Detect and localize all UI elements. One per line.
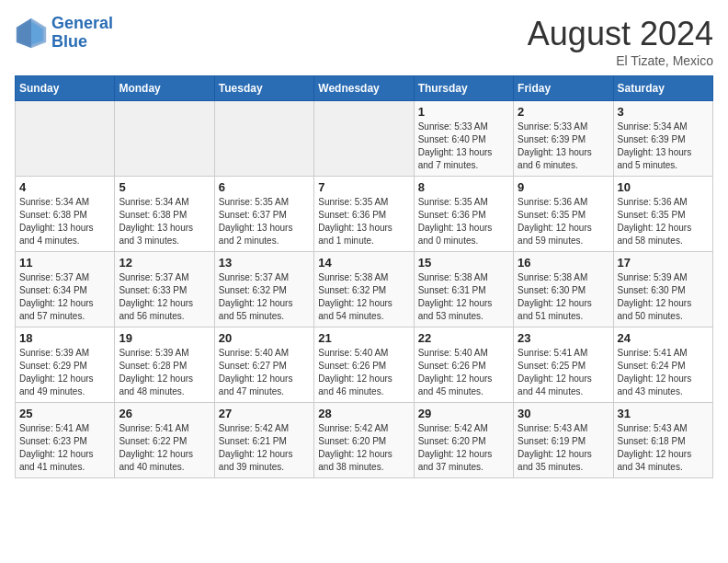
day-cell [115,101,214,177]
day-cell: 22Sunrise: 5:40 AM Sunset: 6:26 PM Dayli… [414,327,513,403]
weekday-header-row: SundayMondayTuesdayWednesdayThursdayFrid… [16,76,713,101]
day-cell [16,101,115,177]
day-number: 21 [318,331,409,345]
weekday-header-tuesday: Tuesday [214,76,313,101]
day-number: 25 [19,407,110,420]
day-info: Sunrise: 5:35 AM Sunset: 6:37 PM Dayligh… [219,196,310,247]
day-info: Sunrise: 5:43 AM Sunset: 6:19 PM Dayligh… [518,422,609,474]
day-number: 28 [318,407,409,420]
day-info: Sunrise: 5:39 AM Sunset: 6:28 PM Dayligh… [119,347,210,398]
day-info: Sunrise: 5:39 AM Sunset: 6:30 PM Dayligh… [618,271,709,323]
day-cell: 14Sunrise: 5:38 AM Sunset: 6:32 PM Dayli… [314,252,414,327]
day-cell: 17Sunrise: 5:39 AM Sunset: 6:30 PM Dayli… [613,252,712,327]
day-cell [314,101,414,177]
day-cell: 19Sunrise: 5:39 AM Sunset: 6:28 PM Dayli… [115,327,214,403]
day-cell: 29Sunrise: 5:42 AM Sunset: 6:20 PM Dayli… [414,403,513,478]
day-number: 5 [119,180,210,194]
day-info: Sunrise: 5:33 AM Sunset: 6:39 PM Dayligh… [518,121,609,172]
day-info: Sunrise: 5:42 AM Sunset: 6:20 PM Dayligh… [318,422,409,474]
day-info: Sunrise: 5:35 AM Sunset: 6:36 PM Dayligh… [318,196,409,247]
day-info: Sunrise: 5:41 AM Sunset: 6:23 PM Dayligh… [19,422,110,474]
week-row-3: 11Sunrise: 5:37 AM Sunset: 6:34 PM Dayli… [16,252,713,327]
day-number: 8 [418,180,509,194]
day-number: 16 [518,256,609,270]
day-info: Sunrise: 5:41 AM Sunset: 6:25 PM Dayligh… [518,347,609,398]
day-cell: 18Sunrise: 5:39 AM Sunset: 6:29 PM Dayli… [16,327,115,403]
day-info: Sunrise: 5:38 AM Sunset: 6:31 PM Dayligh… [418,271,509,323]
week-row-1: 1Sunrise: 5:33 AM Sunset: 6:40 PM Daylig… [16,101,713,177]
day-number: 29 [418,407,509,420]
day-info: Sunrise: 5:34 AM Sunset: 6:38 PM Dayligh… [19,196,110,247]
day-cell: 25Sunrise: 5:41 AM Sunset: 6:23 PM Dayli… [16,403,115,478]
day-info: Sunrise: 5:39 AM Sunset: 6:29 PM Dayligh… [19,347,110,398]
page-header: General Blue August 2024 El Tizate, Mexi… [15,15,713,68]
week-row-4: 18Sunrise: 5:39 AM Sunset: 6:29 PM Dayli… [16,327,713,403]
day-cell: 11Sunrise: 5:37 AM Sunset: 6:34 PM Dayli… [16,252,115,327]
logo-line2: Blue [51,32,87,51]
day-cell: 3Sunrise: 5:34 AM Sunset: 6:39 PM Daylig… [613,101,712,177]
day-info: Sunrise: 5:40 AM Sunset: 6:26 PM Dayligh… [318,347,409,398]
day-info: Sunrise: 5:40 AM Sunset: 6:27 PM Dayligh… [219,347,310,398]
day-cell: 24Sunrise: 5:41 AM Sunset: 6:24 PM Dayli… [613,327,712,403]
weekday-header-monday: Monday [115,76,214,101]
day-number: 6 [219,180,310,194]
day-info: Sunrise: 5:41 AM Sunset: 6:24 PM Dayligh… [618,347,709,398]
day-info: Sunrise: 5:35 AM Sunset: 6:36 PM Dayligh… [418,196,509,247]
day-cell: 28Sunrise: 5:42 AM Sunset: 6:20 PM Dayli… [314,403,414,478]
day-cell: 5Sunrise: 5:34 AM Sunset: 6:38 PM Daylig… [115,177,214,252]
day-info: Sunrise: 5:38 AM Sunset: 6:32 PM Dayligh… [318,271,409,323]
day-cell: 16Sunrise: 5:38 AM Sunset: 6:30 PM Dayli… [514,252,613,327]
logo-line1: General [51,14,113,32]
day-info: Sunrise: 5:37 AM Sunset: 6:33 PM Dayligh… [119,271,210,323]
day-number: 30 [518,407,609,420]
day-number: 1 [418,105,509,119]
day-cell: 4Sunrise: 5:34 AM Sunset: 6:38 PM Daylig… [16,177,115,252]
day-cell: 12Sunrise: 5:37 AM Sunset: 6:33 PM Dayli… [115,252,214,327]
day-info: Sunrise: 5:41 AM Sunset: 6:22 PM Dayligh… [119,422,210,474]
weekday-header-sunday: Sunday [16,76,115,101]
day-cell: 27Sunrise: 5:42 AM Sunset: 6:21 PM Dayli… [214,403,313,478]
day-info: Sunrise: 5:43 AM Sunset: 6:18 PM Dayligh… [618,422,709,474]
day-info: Sunrise: 5:42 AM Sunset: 6:20 PM Dayligh… [418,422,509,474]
day-number: 14 [318,256,409,270]
day-cell [214,101,313,177]
day-cell: 10Sunrise: 5:36 AM Sunset: 6:35 PM Dayli… [613,177,712,252]
day-cell: 23Sunrise: 5:41 AM Sunset: 6:25 PM Dayli… [514,327,613,403]
day-number: 23 [518,331,609,345]
day-cell: 2Sunrise: 5:33 AM Sunset: 6:39 PM Daylig… [514,101,613,177]
day-number: 7 [318,180,409,194]
day-cell: 26Sunrise: 5:41 AM Sunset: 6:22 PM Dayli… [115,403,214,478]
day-info: Sunrise: 5:37 AM Sunset: 6:32 PM Dayligh… [219,271,310,323]
day-number: 2 [518,105,609,119]
day-number: 19 [119,331,210,345]
day-number: 9 [518,180,609,194]
day-cell: 1Sunrise: 5:33 AM Sunset: 6:40 PM Daylig… [414,101,513,177]
weekday-header-saturday: Saturday [613,76,712,101]
day-info: Sunrise: 5:36 AM Sunset: 6:35 PM Dayligh… [518,196,609,247]
day-number: 15 [418,256,509,270]
day-info: Sunrise: 5:40 AM Sunset: 6:26 PM Dayligh… [418,347,509,398]
weekday-header-thursday: Thursday [414,76,513,101]
day-number: 24 [618,331,709,345]
day-info: Sunrise: 5:38 AM Sunset: 6:30 PM Dayligh… [518,271,609,323]
calendar-table: SundayMondayTuesdayWednesdayThursdayFrid… [15,75,713,478]
day-number: 4 [19,180,110,194]
day-cell: 20Sunrise: 5:40 AM Sunset: 6:27 PM Dayli… [214,327,313,403]
svg-marker-2 [17,18,31,48]
day-cell: 31Sunrise: 5:43 AM Sunset: 6:18 PM Dayli… [613,403,712,478]
day-number: 27 [219,407,310,420]
logo-icon [15,17,48,50]
day-number: 20 [219,331,310,345]
day-cell: 21Sunrise: 5:40 AM Sunset: 6:26 PM Dayli… [314,327,414,403]
logo-text: General Blue [51,15,113,52]
day-cell: 8Sunrise: 5:35 AM Sunset: 6:36 PM Daylig… [414,177,513,252]
day-cell: 6Sunrise: 5:35 AM Sunset: 6:37 PM Daylig… [214,177,313,252]
weekday-header-friday: Friday [514,76,613,101]
day-number: 13 [219,256,310,270]
day-number: 12 [119,256,210,270]
weekday-header-wednesday: Wednesday [314,76,414,101]
day-number: 22 [418,331,509,345]
day-cell: 15Sunrise: 5:38 AM Sunset: 6:31 PM Dayli… [414,252,513,327]
day-number: 26 [119,407,210,420]
day-cell: 13Sunrise: 5:37 AM Sunset: 6:32 PM Dayli… [214,252,313,327]
